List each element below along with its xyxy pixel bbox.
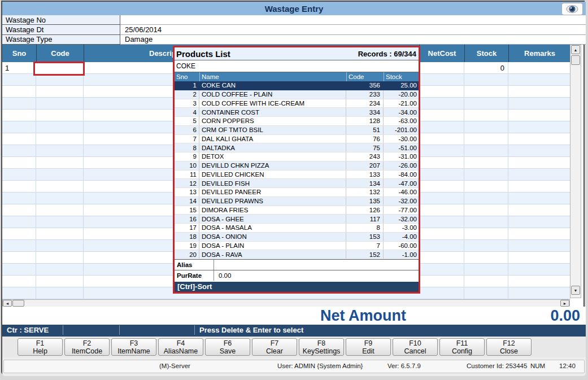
product-row[interactable]: 15DIMORA FRIES126-77.00 bbox=[175, 206, 419, 215]
product-row[interactable]: 6CRM OF TMTO BSIL51-201.00 bbox=[175, 126, 419, 135]
scroll-down-icon[interactable]: ▼ bbox=[571, 286, 580, 295]
scroll-up-icon[interactable]: ▲ bbox=[571, 45, 580, 54]
fkey-f9-button[interactable]: F9Edit bbox=[346, 338, 391, 356]
grid-cell-netcost bbox=[419, 157, 464, 168]
net-amount-band: Net Amount 0.00 bbox=[2, 307, 586, 325]
product-code: 128 bbox=[346, 117, 384, 125]
horizontal-scroll-thumb[interactable] bbox=[12, 300, 24, 307]
grid-cell-sno bbox=[2, 110, 36, 121]
grid-cell-code bbox=[36, 287, 84, 299]
grid-cell-stock bbox=[464, 121, 508, 133]
product-sno: 14 bbox=[175, 197, 199, 206]
products-col-stock: Stock bbox=[384, 72, 419, 81]
fkey-f12-button[interactable]: F12Close bbox=[486, 338, 532, 356]
grid-cell-remarks bbox=[508, 276, 570, 287]
product-row[interactable]: 10DEVILLD CHKN PIZZA207-26.00 bbox=[175, 161, 419, 171]
product-row[interactable]: 4CONTAINER COST334-34.00 bbox=[175, 108, 419, 117]
product-name: COKE CAN bbox=[199, 81, 346, 90]
product-name: DALTADKA bbox=[199, 143, 346, 152]
grid-cell-remarks bbox=[508, 287, 570, 299]
grid-cell-netcost bbox=[419, 264, 464, 275]
product-row[interactable]: 14DEVILLED PRAWNS135-32.00 bbox=[175, 197, 419, 206]
wastage-type-value[interactable]: Damage bbox=[120, 35, 153, 44]
product-row[interactable]: 20DOSA - RAVA152-1.00 bbox=[175, 250, 419, 259]
active-code-cell[interactable] bbox=[33, 62, 85, 76]
product-stock: -3.00 bbox=[384, 224, 419, 232]
records-count: Records : 69/344 bbox=[358, 50, 419, 58]
grid-cell-remarks bbox=[508, 228, 570, 239]
product-row[interactable]: 2COLD COFFEE - PLAIN233-20.00 bbox=[175, 90, 419, 99]
grid-cell-stock bbox=[464, 169, 508, 180]
scroll-left-icon[interactable]: ◄ bbox=[3, 300, 12, 307]
fkey-f2-button[interactable]: F2ItemCode bbox=[64, 338, 110, 356]
product-row[interactable]: 8DALTADKA75-51.00 bbox=[175, 143, 419, 152]
fkey-label: Save bbox=[220, 347, 236, 355]
product-name: DOSA - GHEE bbox=[199, 215, 346, 223]
grid-cell-sno bbox=[2, 157, 36, 168]
product-row[interactable]: 7DAL KALI GHATA76-30.00 bbox=[175, 135, 419, 144]
product-code: 234 bbox=[346, 99, 384, 108]
grid-cell-sno bbox=[2, 287, 36, 299]
products-table-body: 1COKE CAN35625.002COLD COFFEE - PLAIN233… bbox=[175, 81, 419, 259]
product-sno: 5 bbox=[175, 117, 199, 125]
titlebar-icon-button[interactable] bbox=[561, 3, 583, 15]
product-sno: 7 bbox=[175, 135, 199, 143]
fkey-f1-button[interactable]: F1Help bbox=[18, 338, 63, 356]
product-sno: 4 bbox=[175, 108, 199, 116]
fkey-code: F7 bbox=[271, 339, 279, 347]
fkey-f4-button[interactable]: F4AliasName bbox=[158, 338, 203, 356]
wastage-dt-value[interactable]: 25/06/2014 bbox=[120, 25, 162, 34]
product-code: 75 bbox=[346, 143, 384, 152]
product-stock: -60.00 bbox=[384, 242, 419, 250]
purrate-value: 0.00 bbox=[214, 272, 231, 279]
product-row[interactable]: 1COKE CAN35625.00 bbox=[175, 81, 419, 90]
product-code: 117 bbox=[346, 215, 384, 223]
product-name: DIMORA FRIES bbox=[199, 206, 346, 215]
product-row[interactable]: 18DOSA - ONION153-4.00 bbox=[175, 233, 419, 242]
grid-cell-sno bbox=[2, 264, 36, 275]
product-row[interactable]: 5CORN POPPERS128-63.00 bbox=[175, 117, 419, 126]
grid-cell-remarks bbox=[508, 121, 570, 133]
grid-cell-remarks bbox=[508, 62, 570, 73]
grid-cell-sno bbox=[2, 276, 36, 287]
product-name: DOSA - RAVA bbox=[199, 250, 346, 259]
product-row[interactable]: 9DETOX243-31.00 bbox=[175, 152, 419, 161]
scroll-right-icon[interactable]: ► bbox=[560, 300, 569, 307]
fkey-f10-button[interactable]: F10Cancel bbox=[393, 338, 438, 356]
grid-cell-code bbox=[36, 121, 84, 133]
product-stock: -77.00 bbox=[384, 206, 419, 215]
product-code: 51 bbox=[346, 126, 384, 134]
fkey-f11-button[interactable]: F11Config bbox=[439, 338, 485, 356]
product-code: 356 bbox=[346, 81, 384, 90]
vertical-scroll-thumb[interactable] bbox=[571, 55, 580, 65]
product-name: DOSA - MASALA bbox=[199, 224, 346, 232]
wastage-no-label: Wastage No bbox=[2, 15, 120, 25]
fkey-f8-button[interactable]: F8KeySettings bbox=[299, 338, 344, 356]
grid-cell-netcost bbox=[419, 276, 464, 287]
product-row[interactable]: 19DOSA - PLAIN7-60.00 bbox=[175, 242, 419, 251]
vertical-scrollbar[interactable]: ▲ ▼ bbox=[570, 45, 581, 298]
product-sno: 15 bbox=[175, 206, 199, 215]
grid-cell-sno bbox=[2, 193, 36, 204]
product-row[interactable]: 12DEVILLED FISH134-47.00 bbox=[175, 179, 419, 188]
product-code: 334 bbox=[346, 108, 384, 116]
product-row[interactable]: 13DEVILLED PANEER132-46.00 bbox=[175, 188, 419, 197]
product-stock: -31.00 bbox=[384, 152, 419, 161]
grid-cell-stock bbox=[464, 193, 508, 204]
wastage-no-value[interactable] bbox=[120, 15, 125, 24]
horizontal-scrollbar[interactable]: ◄ ► bbox=[2, 299, 570, 307]
fkey-f3-button[interactable]: F3ItemName bbox=[111, 338, 156, 356]
product-row[interactable]: 11DEVILLED CHICKEN133-84.00 bbox=[175, 171, 419, 180]
grid-cell-netcost bbox=[419, 62, 464, 73]
grid-cell-sno bbox=[2, 240, 36, 251]
product-search-input[interactable] bbox=[175, 60, 419, 72]
clock: 12:40 bbox=[559, 360, 576, 372]
product-row[interactable]: 17DOSA - MASALA8-3.00 bbox=[175, 224, 419, 233]
product-code: 135 bbox=[346, 197, 384, 206]
fkey-f7-button[interactable]: F7Clear bbox=[252, 338, 297, 356]
fkey-f6-button[interactable]: F6Save bbox=[205, 338, 250, 356]
fkey-label: ItemName bbox=[117, 347, 150, 355]
product-row[interactable]: 3COLD COFFEE WITH ICE-CREAM234-21.00 bbox=[175, 99, 419, 108]
product-row[interactable]: 16DOSA - GHEE117-32.00 bbox=[175, 215, 419, 224]
grid-cell-remarks bbox=[508, 216, 570, 228]
